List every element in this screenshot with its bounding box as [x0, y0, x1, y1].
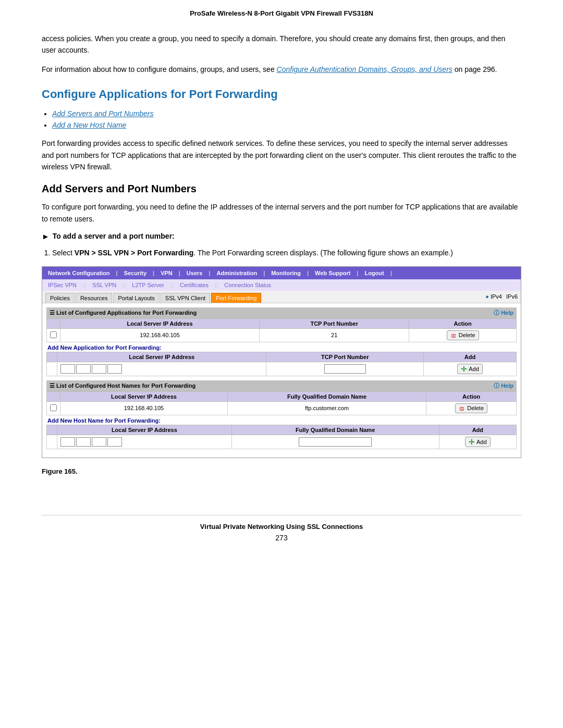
tab-port-forwarding[interactable]: Port Forwarding — [211, 293, 261, 303]
router-nav-sub: IPSec VPN :: SSL VPN :: L2TP Server :: C… — [42, 279, 521, 291]
step1-bold: VPN > SSL VPN > Port Forwarding — [75, 249, 193, 257]
ipv6-label[interactable]: IPv6 — [506, 293, 518, 300]
add-host-domain-input[interactable] — [299, 437, 372, 447]
arrow-heading: ► To add a server and a port number: — [42, 232, 521, 241]
add-app-table: Local Server IP Address TCP Port Number … — [46, 352, 517, 376]
delete-icon: ⦻ — [450, 331, 457, 339]
intro-para2-prefix: For information about how to configure d… — [42, 65, 277, 73]
add-app-col-ip: Local Server IP Address — [57, 352, 266, 362]
nav-users[interactable]: Users — [184, 269, 205, 277]
subnav-ipsec[interactable]: IPSec VPN — [45, 281, 79, 289]
nav-web-support[interactable]: Web Support — [312, 269, 353, 277]
router-body: ☰ List of Configured Applications for Po… — [42, 303, 521, 458]
host-delete-button[interactable]: ⦻ Delete — [455, 403, 487, 413]
add-app-col-empty — [47, 352, 57, 362]
bullet-link-1[interactable]: Add Servers and Port Numbers — [52, 109, 154, 118]
subnav-certs[interactable]: Certificates — [177, 281, 211, 289]
add-host-input-row: ✛ Add — [47, 435, 517, 449]
host-help-link[interactable]: ⓘ Help — [494, 382, 513, 390]
radio-ipv4[interactable]: ● IPv4 — [485, 293, 502, 300]
ip-seg2[interactable] — [76, 364, 91, 374]
app-help-link[interactable]: ⓘ Help — [494, 309, 513, 317]
tab-ssl-vpn-client[interactable]: SSL VPN Client — [161, 293, 210, 303]
add-app-empty-cell — [47, 362, 57, 376]
host-ip-seg3[interactable] — [92, 437, 106, 447]
host-checkbox-input[interactable] — [50, 404, 57, 411]
add-host-col-ip: Local Server IP Address — [57, 425, 232, 435]
add-host-empty-cell — [47, 435, 57, 449]
host-ip-seg4[interactable] — [107, 437, 122, 447]
app-section-header: ☰ List of Configured Applications for Po… — [46, 307, 517, 318]
subsection-para: To configure port forwarding, you need t… — [42, 201, 521, 225]
app-col-ip: Local Server IP Address — [60, 318, 260, 328]
add-app-button[interactable]: ✛ Add — [457, 364, 483, 374]
bullet-item-2: Add a New Host Name — [52, 121, 521, 129]
host-table: Local Server IP Address Fully Qualified … — [46, 391, 517, 415]
app-checkbox-input[interactable] — [50, 331, 57, 338]
add-app-add-cell: ✛ Add — [424, 362, 517, 376]
step1-prefix: Select — [52, 249, 75, 257]
add-icon: ✛ — [461, 365, 467, 373]
subnav-conn-status[interactable]: Connection Status — [222, 281, 274, 289]
nav-vpn[interactable]: VPN — [158, 269, 175, 277]
ip-seg4[interactable] — [107, 364, 122, 374]
add-app-label: Add New Application for Port Forwarding: — [46, 342, 517, 352]
bullet-item-1: Add Servers and Port Numbers — [52, 109, 521, 118]
page-footer: Virtual Private Networking Using SSL Con… — [42, 515, 521, 549]
footer-title: Virtual Private Networking Using SSL Con… — [42, 523, 521, 530]
tab-policies[interactable]: Policies — [45, 293, 75, 303]
host-row-checkbox[interactable] — [47, 401, 60, 415]
router-ui-screenshot: Network Configuration | Security | VPN |… — [42, 266, 521, 458]
app-row-action: ⦻ Delete — [409, 328, 517, 342]
subnav-l2tp[interactable]: L2TP Server — [129, 281, 167, 289]
subnav-sslvpn[interactable]: SSL VPN — [90, 281, 119, 289]
bullet-link-2[interactable]: Add a New Host Name — [52, 121, 126, 129]
nav-monitoring[interactable]: Monitoring — [268, 269, 303, 277]
host-delete-icon: ⦻ — [459, 404, 466, 412]
tab-resources[interactable]: Resources — [76, 293, 113, 303]
host-col-action: Action — [426, 391, 517, 401]
host-section-header: ☰ List of Configured Host Names for Port… — [46, 380, 517, 391]
add-app-ip-cell — [57, 362, 266, 376]
add-host-domain-cell — [231, 435, 439, 449]
arrow-icon: ► — [42, 232, 50, 241]
add-app-port-input[interactable] — [324, 364, 366, 374]
host-ip-seg2[interactable] — [76, 437, 91, 447]
router-tabs: Policies Resources Portal Layouts SSL VP… — [42, 291, 521, 303]
host-section-title: ☰ List of Configured Host Names for Port… — [50, 382, 195, 389]
add-servers-title: Add Servers and Port Numbers — [42, 183, 521, 195]
host-col-check — [47, 391, 60, 401]
host-row-domain: ftp.customer.com — [227, 401, 426, 415]
ipv-selector: ● IPv4 IPv6 — [485, 293, 518, 302]
ip-seg3[interactable] — [92, 364, 106, 374]
host-col-ip: Local Server IP Address — [60, 391, 228, 401]
add-host-btn-label: Add — [476, 439, 487, 445]
app-delete-label: Delete — [459, 332, 475, 338]
host-table-row: 192.168.40.105 ftp.customer.com ⦻ Delete — [47, 401, 517, 415]
app-col-port: TCP Port Number — [260, 318, 409, 328]
app-delete-button[interactable]: ⦻ Delete — [447, 330, 479, 340]
host-ip-seg1[interactable] — [60, 437, 75, 447]
nav-network-config[interactable]: Network Configuration — [45, 269, 113, 277]
app-col-action: Action — [409, 318, 517, 328]
page-header: ProSafe Wireless-N 8-Port Gigabit VPN Fi… — [0, 0, 563, 22]
add-host-button[interactable]: ✛ Add — [465, 437, 491, 447]
ip-seg1[interactable] — [60, 364, 75, 374]
add-host-ip-group — [60, 437, 228, 447]
add-app-btn-label: Add — [469, 366, 479, 372]
nav-logout[interactable]: Logout — [362, 269, 386, 277]
add-app-col-port: TCP Port Number — [266, 352, 424, 362]
radio-ipv4-icon: ● — [485, 293, 489, 300]
app-section-title: ☰ List of Configured Applications for Po… — [50, 310, 197, 316]
add-host-add-cell: ✛ Add — [439, 435, 516, 449]
app-row-checkbox[interactable] — [47, 328, 60, 342]
nav-administration[interactable]: Administration — [214, 269, 260, 277]
nav-security[interactable]: Security — [121, 269, 149, 277]
add-host-table: Local Server IP Address Fully Qualified … — [46, 425, 517, 449]
auth-domains-link[interactable]: Configure Authentication Domains, Groups… — [277, 65, 452, 73]
intro-para2-suffix: on page 296. — [452, 65, 497, 73]
configure-apps-title: Configure Applications for Port Forwardi… — [42, 88, 521, 101]
intro-para2: For information about how to configure d… — [42, 64, 521, 75]
router-nav-top: Network Configuration | Security | VPN |… — [42, 267, 521, 279]
tab-portal-layouts[interactable]: Portal Layouts — [113, 293, 159, 303]
